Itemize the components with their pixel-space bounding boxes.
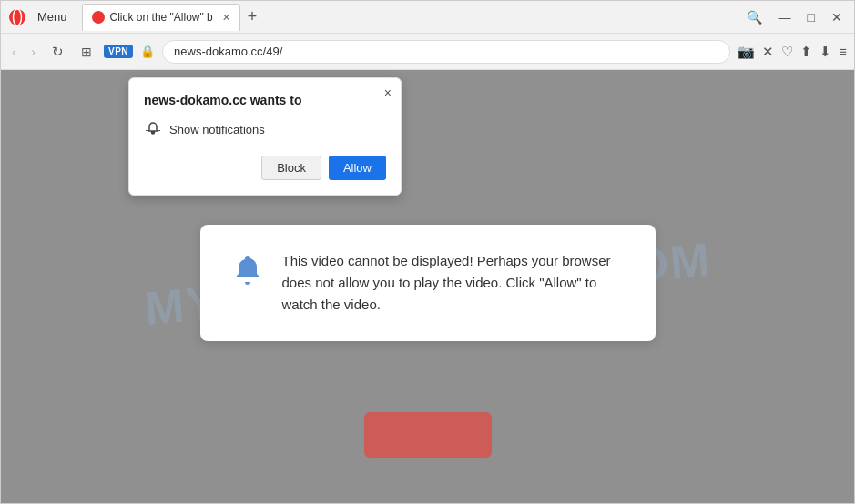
popup-permission-row: Show notifications xyxy=(144,118,386,141)
popup-close-button[interactable]: × xyxy=(384,86,392,100)
reload-button[interactable]: ↻ xyxy=(46,42,69,62)
share-toolbar-icon[interactable]: ⬆ xyxy=(800,44,812,60)
lock-icon: 🔒 xyxy=(140,45,155,58)
play-button-area[interactable] xyxy=(364,412,492,458)
menu-button[interactable]: Menu xyxy=(34,8,71,25)
download-toolbar-icon[interactable]: ⬇ xyxy=(819,44,831,60)
block-button[interactable]: Block xyxy=(261,156,321,180)
video-error-message: This video cannot be displayed! Perhaps … xyxy=(282,250,626,316)
window-controls: 🔍 — □ ✕ xyxy=(742,8,847,26)
notification-popup: × news-dokamo.cc wants to Show notificat… xyxy=(128,77,402,196)
active-tab[interactable]: Click on the "Allow" b ✕ xyxy=(82,4,240,31)
tab-favicon-icon xyxy=(92,11,105,24)
page-content: MYANTISPYWARE.COM × news-dokamo.cc wants… xyxy=(1,70,854,503)
opera-logo-icon xyxy=(8,8,26,26)
security-toolbar-icon[interactable]: ✕ xyxy=(762,44,774,60)
toolbar-right: 📷 ✕ ♡ ⬆ ⬇ ≡ xyxy=(738,44,847,60)
tab-title: Click on the "Allow" b xyxy=(110,11,213,24)
popup-site-title: news-dokamo.cc wants to xyxy=(144,93,386,107)
heart-toolbar-icon[interactable]: ♡ xyxy=(781,44,793,60)
permission-label: Show notifications xyxy=(169,123,265,136)
notification-perm-icon xyxy=(144,118,162,141)
camera-toolbar-icon[interactable]: 📷 xyxy=(738,44,755,60)
video-error-card: This video cannot be displayed! Perhaps … xyxy=(200,225,656,341)
forward-button[interactable]: › xyxy=(27,42,39,61)
minimize-button[interactable]: — xyxy=(774,8,796,26)
allow-button[interactable]: Allow xyxy=(329,156,386,180)
vpn-badge: VPN xyxy=(104,45,133,58)
address-input[interactable] xyxy=(162,40,730,64)
svg-point-0 xyxy=(9,9,25,25)
close-button[interactable]: ✕ xyxy=(827,8,847,26)
bell-card-icon xyxy=(229,252,266,297)
svg-rect-3 xyxy=(158,130,160,131)
new-tab-button[interactable]: + xyxy=(240,7,265,26)
title-bar: Menu Click on the "Allow" b ✕ + 🔍 — □ ✕ xyxy=(1,1,854,34)
svg-rect-2 xyxy=(146,130,148,131)
menu-toolbar-icon[interactable]: ≡ xyxy=(839,44,847,59)
browser-frame: Menu Click on the "Allow" b ✕ + 🔍 — □ ✕ … xyxy=(0,0,855,504)
tabs-button[interactable]: ⊞ xyxy=(76,43,97,61)
search-toolbar-icon[interactable]: 🔍 xyxy=(742,8,767,26)
address-bar: ‹ › ↻ ⊞ VPN 🔒 📷 ✕ ♡ ⬆ ⬇ ≡ xyxy=(1,34,854,70)
tab-bar: Click on the "Allow" b ✕ + xyxy=(82,4,738,31)
maximize-button[interactable]: □ xyxy=(803,8,819,26)
popup-actions: Block Allow xyxy=(144,156,386,180)
tab-close-button[interactable]: ✕ xyxy=(222,12,230,24)
back-button[interactable]: ‹ xyxy=(8,42,20,61)
